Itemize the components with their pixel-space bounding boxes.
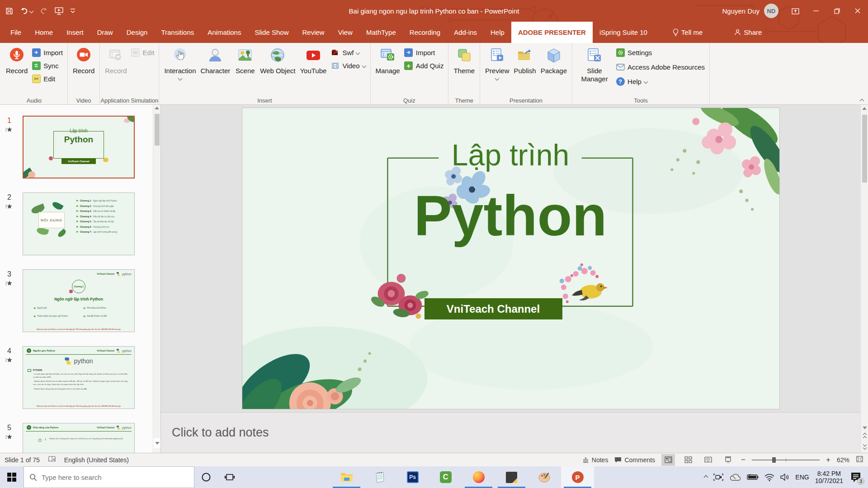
taskbar-app-firefox[interactable] (462, 466, 495, 488)
tab-adobe-presenter[interactable]: ADOBE PRESENTER (511, 22, 593, 43)
audio-edit-button[interactable]: ✂ Edit (30, 73, 65, 84)
slide-manager-button[interactable]: Slide Manager (575, 44, 614, 84)
onedrive-icon[interactable] (729, 474, 741, 481)
notes-placeholder[interactable]: Click to add notes (172, 426, 269, 440)
notes-pane[interactable]: Click to add notes (161, 412, 860, 453)
comments-toggle[interactable]: Comments (614, 456, 655, 464)
slide-sorter-view-button[interactable] (681, 454, 695, 466)
taskbar-app-dark-notes[interactable] (495, 466, 528, 488)
minimize-button[interactable] (806, 0, 826, 22)
package-button[interactable]: Package (538, 44, 569, 76)
zoom-in-button[interactable]: + (826, 455, 830, 465)
adobe-help-button[interactable]: ? Help (614, 75, 707, 87)
avatar[interactable]: ND (764, 4, 778, 18)
vertical-scrollbar[interactable] (860, 105, 868, 453)
wifi-icon[interactable] (764, 474, 774, 481)
quiz-import-button[interactable]: Import (402, 47, 446, 58)
quiz-manage-button[interactable]: ?? Manage (373, 44, 402, 76)
audio-record-button[interactable]: Record (4, 44, 30, 76)
slide-show-view-button[interactable] (721, 454, 735, 466)
scene-button[interactable]: Scene (232, 44, 258, 76)
zoom-slider-handle[interactable] (772, 457, 776, 463)
preview-dropdown-icon[interactable] (495, 76, 500, 81)
taskbar-app-camtasia[interactable]: C (429, 466, 462, 488)
task-view-button[interactable] (218, 466, 241, 488)
preview-button[interactable]: Preview (483, 44, 511, 81)
battery-icon[interactable] (747, 474, 759, 480)
zoom-out-button[interactable]: − (741, 455, 745, 465)
interaction-dropdown-icon[interactable] (178, 76, 183, 81)
scroll-up-icon[interactable] (862, 107, 867, 110)
insert-video-dropdown-icon[interactable] (362, 63, 366, 68)
undo-icon[interactable] (20, 7, 33, 15)
taskbar-app-powerpoint[interactable]: P (561, 466, 594, 488)
fit-slide-to-window-button[interactable] (856, 455, 863, 464)
tab-file[interactable]: File (4, 22, 28, 43)
tab-mathtype[interactable]: MathType (359, 22, 403, 43)
slide-thumbnail-1[interactable]: Lập trình Python VniTeach Channel (23, 116, 135, 178)
slide-thumbnail-2[interactable]: NỘI DUNG Chương 1:Ngôn ngữ lập trình Pyt… (23, 192, 135, 255)
notes-toggle[interactable]: Notes (582, 456, 609, 464)
zoom-level[interactable]: 62% (837, 456, 849, 464)
help-dropdown-icon[interactable] (643, 79, 648, 84)
tab-insert[interactable]: Insert (60, 22, 90, 43)
scrollbar-thumb[interactable] (862, 115, 867, 183)
character-button[interactable]: Character (198, 44, 233, 76)
tab-slide-show[interactable]: Slide Show (248, 22, 295, 43)
tab-view[interactable]: View (331, 22, 359, 43)
language-tray-indicator[interactable]: ENG (795, 474, 809, 481)
reading-view-button[interactable] (701, 454, 715, 466)
insert-video-button[interactable]: Video (329, 60, 367, 71)
tab-transitions[interactable]: Transitions (154, 22, 201, 43)
audio-import-button[interactable]: Import (30, 47, 65, 58)
cortana-button[interactable] (194, 466, 218, 488)
taskbar-app-paint[interactable] (528, 466, 561, 488)
tray-expand-icon[interactable] (704, 475, 708, 479)
tab-design[interactable]: Design (120, 22, 155, 43)
screen-recorder-tray-icon[interactable] (713, 473, 723, 481)
swf-dropdown-icon[interactable] (356, 50, 360, 55)
audio-sync-button[interactable]: Sync (30, 60, 65, 71)
taskbar-app-photoshop[interactable]: Ps (396, 466, 429, 488)
video-record-button[interactable]: Record (71, 44, 97, 76)
tab-animations[interactable]: Animations (201, 22, 248, 43)
taskbar-search[interactable] (24, 466, 194, 488)
close-button[interactable] (847, 0, 868, 22)
slide-thumbnail-4[interactable]: PyNguồn gốc Python VniTeach Channel pyth… (23, 346, 135, 409)
scroll-up-icon[interactable] (155, 107, 159, 109)
ribbon-display-options-icon[interactable] (785, 0, 806, 22)
taskbar-app-notepad[interactable] (363, 466, 396, 488)
start-slideshow-icon[interactable] (55, 7, 63, 15)
youtube-button[interactable]: YouTube (297, 44, 329, 76)
zoom-slider[interactable] (752, 460, 820, 460)
publish-button[interactable]: Publish (511, 44, 538, 76)
customize-quick-access-icon[interactable] (70, 8, 75, 14)
slide-thumbnail-3[interactable]: VniTeach Channel python Chương 1 Ngôn ng… (23, 269, 135, 332)
collapse-ribbon-icon[interactable] (860, 99, 864, 103)
slide-banner[interactable]: VniTeach Channel (425, 298, 562, 319)
previous-slide-button[interactable] (863, 433, 866, 439)
restore-button[interactable] (826, 0, 847, 22)
tab-review[interactable]: Review (295, 22, 331, 43)
clock[interactable]: 8:42 PM 10/7/2021 (815, 470, 843, 484)
tab-help[interactable]: Help (484, 22, 511, 43)
web-object-button[interactable]: Web Object (258, 44, 297, 76)
normal-view-button[interactable] (661, 454, 675, 466)
tab-ispring-suite[interactable]: iSpring Suite 10 (593, 22, 654, 43)
access-adobe-resources-button[interactable]: Access Adobe Resources (614, 61, 707, 73)
account-name[interactable]: Nguyen Duy (722, 7, 760, 15)
slide-title-small[interactable]: Lập trình (388, 138, 633, 172)
scroll-down-icon[interactable] (863, 427, 867, 429)
action-center-button[interactable]: 3 (849, 470, 863, 484)
tab-share[interactable]: Share (727, 22, 769, 43)
slide-counter[interactable]: Slide 1 of 75 (5, 456, 40, 464)
settings-button[interactable]: Settings (614, 47, 707, 58)
swf-button[interactable]: Swf (329, 47, 367, 58)
start-button[interactable] (0, 466, 24, 488)
scroll-down-icon[interactable] (155, 442, 160, 445)
tab-home[interactable]: Home (28, 22, 60, 43)
undo-dropdown-icon[interactable] (29, 9, 34, 13)
volume-icon[interactable] (780, 474, 789, 481)
spell-check-icon[interactable] (48, 455, 56, 464)
tab-add-ins[interactable]: Add-ins (447, 22, 484, 43)
